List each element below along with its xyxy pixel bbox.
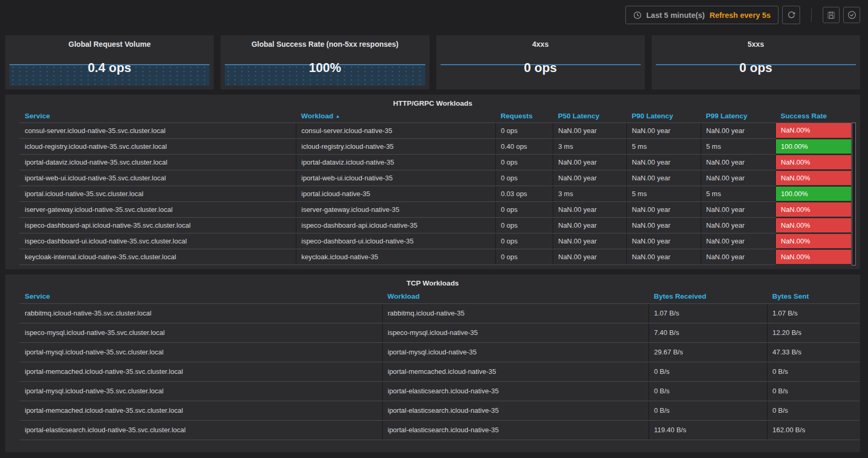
service-cell: ispeco-dashboard-ui.icloud-native-35.svc…	[19, 233, 296, 249]
success-rate-cell: NaN.00%	[775, 217, 851, 233]
p99-latency-cell: NaN.00 year	[701, 217, 775, 233]
bytes-received-cell: 7.40 B/s	[648, 323, 767, 342]
refresh-button[interactable]	[782, 6, 800, 24]
stats-row: Global Request Volume 0.4 ops Global Suc…	[5, 35, 860, 89]
table-row: iportal-mysql.icloud-native-35.svc.clust…	[19, 342, 860, 362]
success-rate-cell: NaN.00%	[775, 170, 851, 186]
stat-title: Global Request Volume	[5, 35, 214, 48]
column-header-p50-latency[interactable]: P50 Latency	[553, 110, 626, 123]
check-circle-button[interactable]	[843, 7, 860, 23]
requests-cell: 0 ops	[495, 170, 553, 186]
requests-cell: 0 ops	[495, 249, 553, 264]
column-header-requests[interactable]: Requests	[495, 110, 553, 123]
table-row: ispeco-mysql.icloud-native-35.svc.cluste…	[19, 323, 860, 342]
table-row: rabbitmq.icloud-native-35.svc.cluster.lo…	[19, 303, 860, 323]
column-header-workload[interactable]: Workload	[382, 290, 648, 303]
p90-latency-cell: NaN.00 year	[626, 170, 701, 186]
success-rate-cell: NaN.00%	[775, 154, 851, 170]
bytes-received-cell: 119.40 B/s	[648, 420, 767, 440]
table-header-row: Service Workload▲ Requests P50 Latency P…	[19, 110, 851, 123]
toolbar-divider	[811, 8, 812, 22]
workload-cell: iportal-memcached.icloud-native-35	[382, 362, 648, 381]
workload-cell: keycloak.icloud-native-35	[296, 249, 495, 264]
table-row: ispeco-dashboard-ui.icloud-native-35.svc…	[19, 233, 851, 249]
service-cell: keycloak-internal.icloud-native-35.svc.c…	[19, 249, 296, 264]
stat-title: 5xxs	[652, 35, 860, 48]
check-circle-icon	[847, 11, 856, 19]
column-header-bytes-sent[interactable]: Bytes Sent	[767, 290, 860, 303]
bytes-sent-cell: 0 B/s	[767, 381, 860, 401]
table-row: iportal-web-ui.icloud-native-35.svc.clus…	[19, 170, 851, 186]
bytes-sent-cell: 1.07 B/s	[767, 303, 860, 323]
p90-latency-cell: NaN.00 year	[626, 249, 701, 264]
http-panel-title: HTTP/GRPC Workloads	[5, 95, 860, 110]
workload-cell: iportal-elasticsearch.icloud-native-35	[382, 420, 648, 440]
stat-title: 4xxs	[436, 35, 645, 48]
p50-latency-cell: NaN.00 year	[553, 154, 626, 170]
table-header-row: Service Workload Bytes Received Bytes Se…	[19, 290, 860, 303]
column-header-p99-latency[interactable]: P99 Latency	[701, 110, 775, 123]
column-header-service[interactable]: Service	[19, 110, 296, 123]
p50-latency-cell: NaN.00 year	[553, 201, 626, 217]
tcp-panel-title: TCP Workloads	[5, 274, 860, 290]
p90-latency-cell: 5 ms	[626, 138, 701, 154]
column-header-service[interactable]: Service	[19, 290, 382, 303]
service-cell: iportal-elasticsearch.icloud-native-35.s…	[19, 420, 382, 440]
column-header-success-rate[interactable]: Success Rate	[775, 110, 851, 123]
table-row: keycloak-internal.icloud-native-35.svc.c…	[19, 249, 851, 264]
p99-latency-cell: NaN.00 year	[701, 170, 775, 186]
p99-latency-cell: 5 ms	[701, 138, 775, 154]
column-header-bytes-received[interactable]: Bytes Received	[648, 290, 767, 303]
p90-latency-cell: NaN.00 year	[626, 233, 701, 249]
column-header-workload[interactable]: Workload▲	[296, 110, 495, 123]
bytes-sent-cell: 0 B/s	[767, 401, 860, 420]
workload-cell: ispeco-mysql.icloud-native-35	[382, 323, 648, 342]
http-workloads-panel: HTTP/GRPC Workloads Service Workload▲ Re…	[5, 95, 860, 269]
bytes-received-cell: 0 B/s	[648, 362, 767, 381]
p90-latency-cell: 5 ms	[626, 186, 701, 201]
stat-value: 0 ops	[652, 60, 860, 75]
stat-value: 0 ops	[436, 60, 645, 75]
refresh-interval-label: Refresh every 5s	[710, 11, 771, 19]
service-cell: iportal-dataviz.icloud-native-35.svc.clu…	[19, 154, 296, 170]
stat-panel-global-request-volume[interactable]: Global Request Volume 0.4 ops	[5, 35, 214, 89]
service-cell: ispeco-mysql.icloud-native-35.svc.cluste…	[19, 323, 382, 342]
success-rate-cell: NaN.00%	[775, 201, 851, 217]
p99-latency-cell: 5 ms	[701, 186, 775, 201]
p50-latency-cell: NaN.00 year	[553, 249, 626, 264]
workload-cell: iportal.icloud-native-35	[296, 186, 495, 201]
clock-icon	[633, 11, 642, 19]
workload-cell: iportal-mysql.icloud-native-35	[382, 342, 648, 362]
http-workloads-table: Service Workload▲ Requests P50 Latency P…	[19, 110, 851, 266]
success-rate-cell: 100.00%	[775, 186, 851, 201]
workload-cell: iserver-gateway.icloud-native-35	[296, 201, 495, 217]
stat-panel-4xxs[interactable]: 4xxs 0 ops	[436, 35, 645, 89]
service-cell: iportal-mysql.icloud-native-35.svc.clust…	[19, 381, 382, 401]
table-scrollbar[interactable]	[852, 123, 856, 266]
tcp-workloads-table: Service Workload Bytes Received Bytes Se…	[19, 290, 860, 440]
bytes-received-cell: 0 B/s	[648, 401, 767, 420]
stat-panel-5xxs[interactable]: 5xxs 0 ops	[652, 35, 860, 89]
save-dashboard-button[interactable]	[823, 7, 840, 23]
column-header-p90-latency[interactable]: P90 Latency	[626, 110, 701, 123]
p50-latency-cell: 3 ms	[553, 138, 626, 154]
service-cell: iportal-web-ui.icloud-native-35.svc.clus…	[19, 170, 296, 186]
table-row: iserver-gateway.icloud-native-35.svc.clu…	[19, 201, 851, 217]
bytes-sent-cell: 47.33 B/s	[767, 342, 860, 362]
requests-cell: 0 ops	[495, 201, 553, 217]
table-row: icloud-registry.icloud-native-35.svc.clu…	[19, 138, 851, 154]
p99-latency-cell: NaN.00 year	[701, 233, 775, 249]
p90-latency-cell: NaN.00 year	[626, 154, 701, 170]
bytes-sent-cell: 0 B/s	[767, 362, 860, 381]
bytes-sent-cell: 162.00 B/s	[767, 420, 860, 440]
time-range-picker[interactable]: Last 5 minute(s) Refresh every 5s	[625, 6, 779, 24]
service-cell: iportal-memcached.icloud-native-35.svc.c…	[19, 401, 382, 420]
p50-latency-cell: NaN.00 year	[553, 123, 626, 138]
p99-latency-cell: NaN.00 year	[701, 123, 775, 138]
p99-latency-cell: NaN.00 year	[701, 249, 775, 264]
service-cell: iportal-mysql.icloud-native-35.svc.clust…	[19, 342, 382, 362]
table-row: iportal.icloud-native-35.svc.cluster.loc…	[19, 186, 851, 201]
stat-panel-global-success-rate[interactable]: Global Success Rate (non-5xx responses) …	[221, 35, 429, 89]
p90-latency-cell: NaN.00 year	[626, 201, 701, 217]
p50-latency-cell: NaN.00 year	[553, 233, 626, 249]
